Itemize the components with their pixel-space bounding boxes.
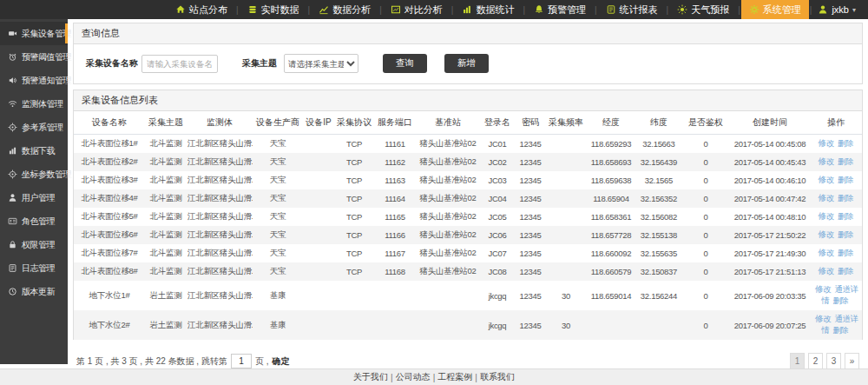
nav-item[interactable]: 数据统计 [454,0,522,19]
table-cell: 12345 [515,208,546,226]
table-cell: 地下水位2# [74,310,145,340]
table-cell: 32.150837 [636,262,681,281]
delete-link[interactable]: 删除 [832,325,848,335]
footer-link[interactable]: 联系我们 [480,371,515,383]
table-cell: 0 [681,208,730,226]
table-cell: 2017-06-09 20:03:35 [730,281,810,310]
device-name-label: 采集设备名称 [86,57,138,70]
table-cell: JC07 [480,244,515,262]
table-cell: 11167 [374,244,416,262]
table-cell: 猪头山基准站02 [416,244,480,262]
sidebar-item-label: 日志管理 [22,262,55,275]
table-cell: 30 [546,281,586,310]
table-cell: 猪头山基准站02 [416,262,480,281]
sidebar-item-label: 预警通知管理 [22,75,71,87]
table-cell: TCP [334,135,374,154]
sidebar-item-label: 坐标参数管理 [22,169,71,181]
table-cell: 北斗监测 [145,189,187,208]
page-button[interactable]: 3 [826,353,841,369]
table-cell: 北斗监测 [145,208,187,226]
nav-item[interactable]: 统计报表 [598,0,666,19]
table-cell: 北斗监测 [145,171,187,189]
nav-item-label: 站点分布 [189,3,227,17]
nav-item-label: 天气预报 [691,3,729,17]
sidebar-item[interactable]: 日志管理 [0,256,68,280]
sidebar-item-label: 用户管理 [22,192,55,204]
sidebar-item[interactable]: 采集设备管理 [0,22,68,45]
page-jump-confirm[interactable]: 确定 [272,355,289,368]
edit-link[interactable]: 修改 [819,229,834,239]
sidebar-item[interactable]: 参考系管理 [0,116,68,139]
table-cell [334,281,374,310]
next-page-button[interactable]: » [845,353,859,369]
edit-link[interactable]: 修改 [819,193,834,202]
sidebar-item-label: 角色管理 [22,216,55,228]
footer-link[interactable]: 关于我们 [353,371,388,383]
table-cell: JC08 [480,262,515,281]
page-button[interactable]: 2 [808,353,823,369]
edit-link[interactable]: 修改 [819,138,834,148]
table-cell: 12345 [515,310,546,340]
delete-link[interactable]: 删除 [838,193,853,202]
edit-link[interactable]: 修改 [819,248,834,257]
table-cell [334,310,374,340]
add-button[interactable]: 新增 [444,54,489,73]
footer-link[interactable]: 公司动态 [396,371,431,383]
table-cell: 猪头山基准站02 [416,189,480,208]
delete-link[interactable]: 删除 [838,266,853,275]
delete-link[interactable]: 删除 [832,295,848,305]
nav-item[interactable]: 实时数据 [240,0,307,19]
sidebar-item[interactable]: 角色管理 [0,209,68,233]
user-menu[interactable]: jxkb ▾ [812,4,861,15]
sidebar-item[interactable]: 权限管理 [0,233,68,256]
topic-select[interactable]: 请选择采集主题 [284,54,358,73]
device-name-input[interactable] [141,55,218,73]
table-cell [303,135,334,154]
database-icon [247,4,258,15]
table-row: 北斗表面位移1#北斗监测江北新区猪头山滑...天宝TCP11161猪头山基准站0… [74,135,862,154]
edit-link[interactable]: 修改 [815,314,831,323]
sidebar-item[interactable]: 数据下载 [0,139,68,163]
column-header: 设备生产商 [253,111,303,135]
edit-link[interactable]: 修改 [819,266,834,275]
table-cell [303,244,334,262]
sidebar-item[interactable]: 版本更新 [0,280,68,303]
column-header: 设备IP [303,111,334,135]
table-cell: 0 [681,189,730,208]
sidebar-item[interactable]: 用户管理 [0,186,68,209]
page-button[interactable]: 1 [790,353,805,369]
query-form: 采集设备名称 采集主题 请选择采集主题 查询 新增 [74,44,862,83]
delete-link[interactable]: 删除 [838,248,853,257]
nav-item[interactable]: 站点分布 [168,0,235,19]
nav-item[interactable]: 预警管理 [526,0,594,19]
sidebar-item[interactable]: 预警阈值管理 [0,45,68,69]
delete-link[interactable]: 删除 [838,229,853,239]
sidebar-item[interactable]: 监测体管理 [0,92,68,116]
edit-link[interactable]: 修改 [819,175,834,184]
delete-link[interactable]: 删除 [838,211,853,221]
nav-item[interactable]: 系统管理 [741,0,809,19]
edit-link[interactable]: 修改 [819,156,834,166]
delete-link[interactable]: 删除 [838,175,853,184]
nav-item[interactable]: 对比分析 [383,0,450,19]
table-cell: 0 [681,310,730,340]
nav-item[interactable]: 数据分析 [311,0,378,19]
topic-label: 采集主题 [242,57,277,70]
table-cell [546,208,586,226]
table-cell: 江北新区猪头山滑... [187,189,253,208]
delete-link[interactable]: 删除 [838,156,853,166]
table-cell: 天宝 [253,153,303,171]
footer-link[interactable]: 工程案例 [437,371,472,383]
table-cell: 12345 [515,226,546,244]
sidebar-item[interactable]: 预警通知管理 [0,69,68,92]
delete-link[interactable]: 删除 [838,138,853,148]
edit-link[interactable]: 修改 [819,211,834,221]
nav-item[interactable]: 天气预报 [669,0,737,19]
edit-link[interactable]: 修改 [815,284,831,294]
table-cell [546,135,586,154]
top-nav-items: 站点分布|实时数据|数据分析|对比分析|数据统计|预警管理|统计报表|天气预报|… [168,0,809,19]
sidebar-item[interactable]: 坐标参数管理 [0,163,68,186]
table-cell: 2017-05-14 00:48:10 [730,208,810,226]
search-button[interactable]: 查询 [383,54,427,73]
page-jump-input[interactable] [231,354,252,368]
